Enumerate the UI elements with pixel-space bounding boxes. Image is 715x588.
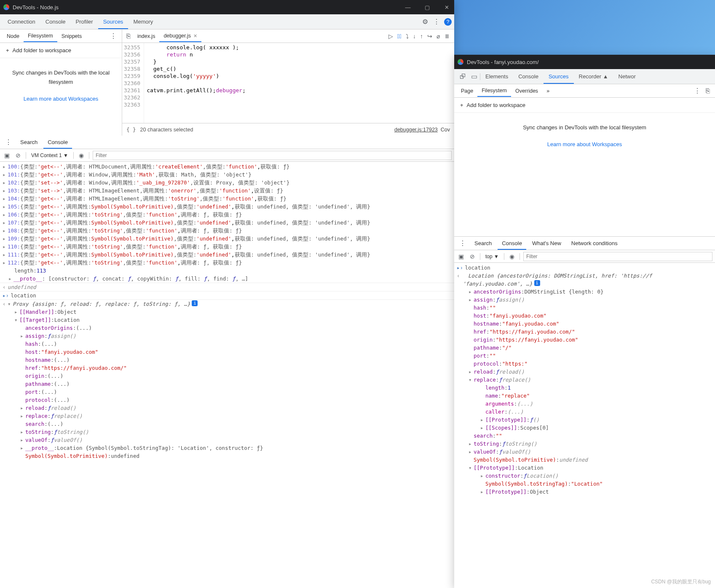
drawer-tab-netcond[interactable]: Network conditions bbox=[567, 238, 622, 249]
context-select[interactable]: VM Context 1 ▼ bbox=[29, 152, 70, 159]
titlebar[interactable]: DevTools - Node.js ― ▢ ✕ bbox=[0, 0, 454, 14]
step-into-icon[interactable]: ↓ bbox=[413, 33, 416, 40]
inspect-icon[interactable]: ⮺ bbox=[457, 71, 469, 82]
add-folder-button[interactable]: Add folder to workspace bbox=[0, 43, 122, 58]
console-toolbar: ▣ ⊘ top ▼ ◉ bbox=[454, 250, 715, 263]
devtools-window-fanyi: DevTools - fanyi.youdao.com/ ⮺ ▭ Element… bbox=[454, 55, 715, 588]
sync-text: Sync changes in DevTools with the local … bbox=[523, 124, 646, 131]
chrome-icon bbox=[458, 59, 463, 65]
more-icon[interactable]: ⋮ bbox=[3, 136, 14, 148]
filetab-index[interactable]: index.js bbox=[133, 31, 159, 42]
sync-message: Sync changes in DevTools with the local … bbox=[454, 113, 715, 159]
context-select[interactable]: top ▼ bbox=[484, 253, 501, 260]
tab-memory[interactable]: Memory bbox=[128, 15, 158, 28]
learn-more-link[interactable]: Learn more about Workspaces bbox=[8, 94, 114, 104]
clear-console-icon[interactable]: ⊘ bbox=[468, 252, 477, 261]
editor-area: ⎘ index.js debugger.js✕ ▷ ▶⃓ ⤵ ↓ ↑ ↪ ⌀ ⏸… bbox=[122, 29, 454, 136]
drawer-tabs: ⋮ Search Console bbox=[0, 136, 454, 149]
drawer-tab-search[interactable]: Search bbox=[16, 136, 42, 148]
subtab-more[interactable]: » bbox=[542, 86, 554, 96]
code-editor[interactable]: 3235532356323573235832359323603236132362… bbox=[122, 43, 454, 123]
console-output[interactable]: 100: {类型: 'get<--', 调用者: HTMLDocument, 调… bbox=[0, 162, 454, 588]
pause-exc-icon[interactable]: ⏸ bbox=[444, 33, 450, 40]
minimize-button[interactable]: ― bbox=[404, 4, 412, 11]
drawer-tab-console[interactable]: Console bbox=[43, 136, 72, 149]
subtab-filesystem[interactable]: Filesystem bbox=[477, 85, 511, 97]
sync-text: Sync changes in DevTools with the local … bbox=[12, 69, 110, 85]
eye-icon[interactable]: ◉ bbox=[508, 252, 516, 261]
step-out-icon[interactable]: ↑ bbox=[420, 33, 423, 40]
filetab-debugger[interactable]: debugger.js✕ bbox=[159, 30, 201, 42]
subtab-snippets[interactable]: Snippets bbox=[57, 31, 86, 42]
more-icon[interactable]: ⋮ bbox=[457, 238, 469, 249]
subtab-filesystem[interactable]: Filesystem bbox=[24, 30, 57, 42]
selection-status: 20 characters selected bbox=[140, 127, 193, 133]
chrome-icon bbox=[3, 4, 9, 10]
top-tabs: Connection Console Profiler Sources Memo… bbox=[0, 14, 454, 29]
toggle-sidebar-icon[interactable]: ▣ bbox=[3, 151, 11, 160]
drawer-tab-search[interactable]: Search bbox=[470, 238, 496, 249]
titlebar[interactable]: DevTools - fanyi.youdao.com/ bbox=[454, 55, 715, 69]
tab-console[interactable]: Console bbox=[40, 15, 71, 28]
filetab-label: index.js bbox=[137, 33, 155, 39]
tab-profiler[interactable]: Profiler bbox=[70, 15, 98, 28]
play-icon[interactable]: ▷ bbox=[388, 33, 393, 40]
help-icon[interactable]: ? bbox=[444, 18, 452, 26]
window-title: DevTools - Node.js bbox=[13, 4, 404, 11]
top-tabs: ⮺ ▭ Elements Console Sources Recorder ▲ … bbox=[454, 69, 715, 84]
toggle-nav-icon[interactable]: ⎘ bbox=[124, 31, 133, 42]
close-icon[interactable]: ✕ bbox=[193, 33, 197, 39]
subtab-page[interactable]: Page bbox=[457, 86, 477, 96]
subtab-node[interactable]: Node bbox=[3, 31, 24, 42]
more-icon[interactable]: ⋮ bbox=[691, 85, 703, 96]
tab-console[interactable]: Console bbox=[513, 70, 544, 83]
editor-statusbar: { } 20 characters selected debugger.js:1… bbox=[122, 123, 454, 136]
add-folder-button[interactable]: Add folder to workspace bbox=[454, 98, 715, 113]
window-title: DevTools - fanyi.youdao.com/ bbox=[467, 59, 712, 65]
maximize-button[interactable]: ▢ bbox=[423, 4, 431, 11]
step-over-icon[interactable]: ⤵ bbox=[406, 33, 409, 40]
more-icon[interactable]: ⋮ bbox=[431, 16, 442, 27]
tab-elements[interactable]: Elements bbox=[480, 70, 513, 83]
eye-icon[interactable]: ◉ bbox=[77, 151, 86, 160]
filetab-label: debugger.js bbox=[163, 33, 191, 39]
sidebar-left: Node Filesystem Snippets ⋮ Add folder to… bbox=[0, 29, 122, 136]
console-toolbar: ▣ ⊘ VM Context 1 ▼ ◉ bbox=[0, 149, 454, 162]
device-icon[interactable]: ▭ bbox=[469, 71, 480, 82]
tab-sources[interactable]: Sources bbox=[544, 70, 574, 84]
pretty-print-icon[interactable]: { } bbox=[126, 126, 136, 133]
tab-network[interactable]: Networ bbox=[613, 70, 641, 83]
settings-icon[interactable]: ⚙ bbox=[420, 16, 431, 27]
tab-connection[interactable]: Connection bbox=[3, 15, 40, 28]
sync-message: Sync changes in DevTools with the local … bbox=[0, 58, 122, 114]
tab-recorder[interactable]: Recorder ▲ bbox=[574, 70, 613, 83]
filter-input[interactable] bbox=[523, 252, 712, 261]
toggle-nav-icon[interactable]: ⎘ bbox=[703, 86, 712, 96]
watermark: CSDN @我的眼里只有bug bbox=[651, 578, 711, 585]
learn-more-link[interactable]: Learn more about Workspaces bbox=[462, 140, 707, 149]
console-output[interactable]: › location Location {ancestorOrigins: DO… bbox=[454, 263, 715, 588]
desktop-bg bbox=[454, 0, 715, 55]
coverage-lbl: Cov bbox=[441, 127, 450, 133]
devtools-window-nodejs: DevTools - Node.js ― ▢ ✕ Connection Cons… bbox=[0, 0, 454, 588]
drawer-tab-whatsnew[interactable]: What's New bbox=[528, 238, 565, 249]
filter-input[interactable] bbox=[93, 151, 452, 160]
close-button[interactable]: ✕ bbox=[442, 4, 451, 11]
resume-icon[interactable]: ▶⃓ bbox=[397, 33, 402, 40]
subtab-overrides[interactable]: Overrides bbox=[511, 86, 542, 96]
toggle-sidebar-icon[interactable]: ▣ bbox=[457, 252, 466, 261]
tab-sources[interactable]: Sources bbox=[98, 15, 129, 29]
drawer-tabs: ⋮ Search Console What's New Network cond… bbox=[454, 237, 715, 250]
step-icon[interactable]: ↪ bbox=[427, 33, 432, 40]
deactivate-bp-icon[interactable]: ⌀ bbox=[436, 33, 440, 40]
drawer-tab-console[interactable]: Console bbox=[498, 238, 526, 250]
file-loc[interactable]: debugger.js:17923 bbox=[394, 127, 438, 133]
clear-console-icon[interactable]: ⊘ bbox=[14, 151, 22, 160]
more-icon[interactable]: ⋮ bbox=[107, 30, 119, 42]
